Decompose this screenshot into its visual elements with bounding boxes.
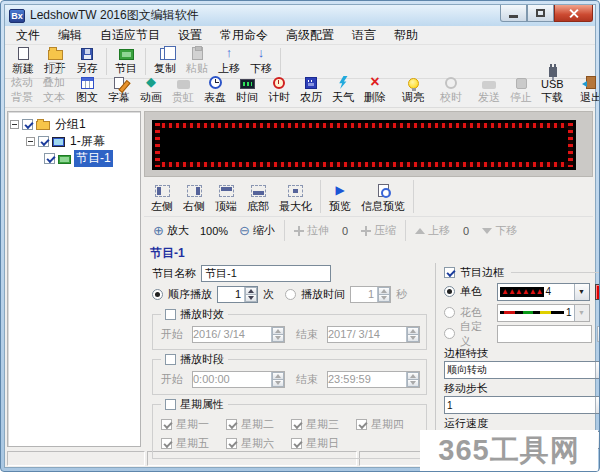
tree-node-group[interactable]: 分组1 bbox=[10, 116, 138, 133]
sequence-count-spinner[interactable]: 1 bbox=[217, 286, 258, 303]
zoom-out-button[interactable]: ⊖ 缩小 bbox=[234, 223, 280, 238]
tuesday-checkbox[interactable]: 星期二 bbox=[226, 417, 291, 432]
weather-button[interactable]: 天气 bbox=[327, 80, 359, 106]
single-color-radio[interactable] bbox=[444, 286, 455, 297]
program-node-label[interactable]: 节目-1 bbox=[74, 150, 113, 167]
move-step-value: 1 bbox=[447, 400, 453, 411]
menu-common-commands[interactable]: 常用命令 bbox=[211, 25, 277, 46]
move-up-button[interactable]: ↑ 上移 bbox=[213, 46, 245, 77]
screen-icon bbox=[52, 137, 65, 147]
play-time-radio[interactable] bbox=[285, 289, 296, 300]
timer-button[interactable]: 计时 bbox=[263, 80, 295, 106]
friday-label: 星期五 bbox=[176, 436, 209, 451]
thursday-checkbox[interactable]: 星期四 bbox=[356, 417, 404, 432]
stretch-value: 0 bbox=[334, 225, 356, 237]
move-down-button[interactable]: ↓ 下移 bbox=[245, 46, 277, 77]
save-as-button[interactable]: 另存 bbox=[71, 46, 103, 77]
maximize-area-button[interactable]: 最大化 bbox=[274, 178, 317, 215]
brightness-bulb-icon bbox=[408, 78, 419, 89]
wednesday-checkbox[interactable]: 星期三 bbox=[291, 417, 356, 432]
border-effect-select[interactable]: 顺向转动 ▼ bbox=[444, 361, 600, 379]
minimize-icon bbox=[509, 15, 518, 18]
align-left-button[interactable]: 左侧 bbox=[146, 178, 178, 215]
animation-button[interactable]: ◆ 动画 bbox=[135, 80, 167, 106]
valid-period-checkbox[interactable] bbox=[165, 309, 176, 320]
program-name-input[interactable]: 节目-1 bbox=[201, 265, 331, 282]
maximize-button[interactable] bbox=[527, 5, 554, 22]
brightness-button[interactable]: 调亮 bbox=[397, 80, 429, 106]
menu-file[interactable]: 文件 bbox=[7, 25, 49, 46]
group-label[interactable]: 分组1 bbox=[53, 116, 88, 133]
collapse-icon[interactable] bbox=[26, 137, 35, 146]
brightness-label: 调亮 bbox=[402, 90, 424, 105]
dial-button[interactable]: 表盘 bbox=[199, 80, 231, 106]
custom-border-radio[interactable] bbox=[444, 328, 455, 339]
timeslot-checkbox[interactable] bbox=[165, 354, 176, 365]
timeslot-end-value: 23:59:59 bbox=[328, 372, 406, 387]
dropdown-arrow-icon[interactable]: ▼ bbox=[574, 284, 589, 300]
graphic-text-button[interactable]: 图文 bbox=[71, 80, 103, 106]
time-button[interactable]: 时间 bbox=[231, 80, 263, 106]
dropdown-arrow-icon[interactable]: ▼ bbox=[595, 397, 600, 413]
delete-button[interactable]: × 删除 bbox=[359, 80, 391, 106]
move-step-select[interactable]: 1 ▼ bbox=[444, 396, 600, 414]
checkbox-icon bbox=[161, 419, 172, 430]
valid-start-value: 2016/ 3/14 bbox=[193, 327, 271, 342]
program-border-label: 节目边框 bbox=[460, 265, 504, 280]
play-icon: ▶ bbox=[335, 184, 344, 197]
animation-icon: ◆ bbox=[146, 75, 156, 89]
menu-bar: 文件 编辑 自适应节目 设置 常用命令 高级配置 语言 帮助 bbox=[5, 26, 595, 45]
weekday-checkbox[interactable] bbox=[165, 399, 176, 410]
preview-button[interactable]: ▶ 预览 bbox=[324, 178, 356, 215]
single-color-combo[interactable]: ▲▲▲▲▲▲ 4 ▼ bbox=[497, 283, 590, 301]
menu-advanced-config[interactable]: 高级配置 bbox=[277, 25, 343, 46]
monday-checkbox[interactable]: 星期一 bbox=[161, 417, 226, 432]
led-preview-area bbox=[144, 111, 593, 177]
exit-button[interactable]: 退出 bbox=[575, 80, 600, 106]
flower-color-radio[interactable] bbox=[444, 307, 455, 318]
align-top-button[interactable]: 顶端 bbox=[210, 178, 242, 215]
menu-settings[interactable]: 设置 bbox=[169, 25, 211, 46]
play-time-spinner: 1 bbox=[350, 286, 391, 303]
screen-label[interactable]: 1-屏幕 bbox=[68, 133, 107, 150]
tree-node-screen[interactable]: 1-屏幕 bbox=[10, 133, 138, 150]
usb-download-button[interactable]: USB下载 bbox=[537, 80, 569, 106]
friday-checkbox[interactable]: 星期五 bbox=[161, 436, 226, 451]
spin-up-icon[interactable] bbox=[245, 287, 257, 295]
program-checkbox[interactable] bbox=[44, 153, 55, 164]
tree-node-program[interactable]: 节目-1 bbox=[10, 150, 138, 167]
copy-button[interactable]: 复制 bbox=[149, 46, 181, 77]
align-bottom-button[interactable]: 底部 bbox=[242, 178, 274, 215]
program-section-title: 节目-1 bbox=[144, 244, 593, 261]
collapse-icon[interactable] bbox=[10, 120, 19, 129]
sequence-play-radio[interactable] bbox=[152, 289, 163, 300]
up-arrow-icon: ↑ bbox=[226, 46, 233, 60]
saturday-checkbox[interactable]: 星期六 bbox=[226, 436, 291, 451]
lunar-calendar-button[interactable]: 农历 bbox=[295, 80, 327, 106]
sequence-count-value[interactable]: 1 bbox=[218, 287, 244, 302]
guihong-label: 贵虹 bbox=[172, 90, 194, 105]
minimize-button[interactable] bbox=[500, 5, 527, 22]
program-tree: 分组1 1-屏幕 节目-1 bbox=[7, 111, 141, 447]
time-sync-label: 校时 bbox=[440, 90, 462, 105]
custom-browse-button[interactable] bbox=[597, 326, 600, 342]
spin-down-icon[interactable] bbox=[245, 295, 257, 302]
subtitle-button[interactable]: 字幕 bbox=[103, 80, 135, 106]
group-checkbox[interactable] bbox=[22, 119, 33, 130]
dropdown-arrow-icon[interactable]: ▼ bbox=[595, 362, 600, 378]
sunday-checkbox[interactable]: 星期日 bbox=[291, 436, 356, 451]
spin-down-icon bbox=[407, 335, 419, 342]
program-border-checkbox[interactable] bbox=[444, 267, 455, 278]
zoom-in-button[interactable]: ⊕ 放大 bbox=[148, 223, 194, 238]
screen-checkbox[interactable] bbox=[38, 136, 49, 147]
align-right-button[interactable]: 右侧 bbox=[178, 178, 210, 215]
close-button[interactable] bbox=[554, 5, 593, 22]
menu-language[interactable]: 语言 bbox=[343, 25, 385, 46]
menu-adaptive-program[interactable]: 自适应节目 bbox=[91, 25, 169, 46]
info-preview-button[interactable]: 信息预览 bbox=[356, 178, 410, 215]
border-color-swatch[interactable] bbox=[595, 284, 600, 300]
menu-help[interactable]: 帮助 bbox=[385, 25, 427, 46]
program-button[interactable]: 节目 bbox=[110, 46, 142, 77]
led-screen[interactable] bbox=[152, 120, 576, 170]
menu-edit[interactable]: 编辑 bbox=[49, 25, 91, 46]
